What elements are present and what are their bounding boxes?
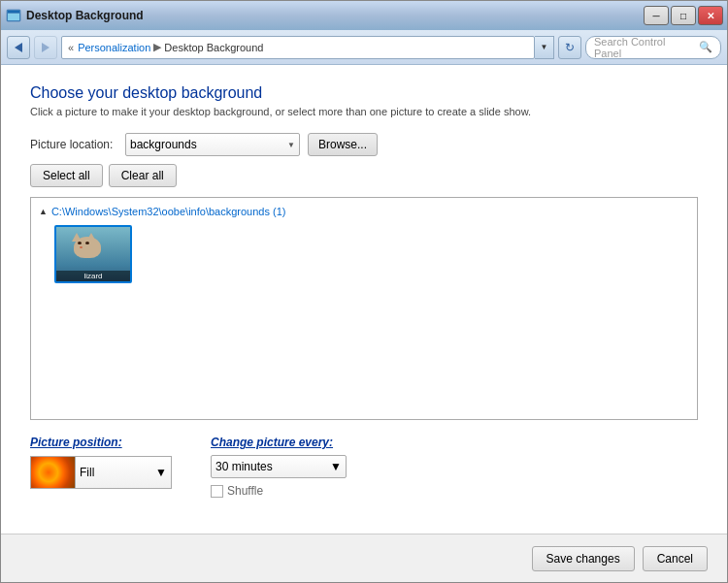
picture-location-select[interactable]: backgrounds ▼	[125, 133, 300, 156]
page-title: Choose your desktop background	[30, 84, 698, 102]
breadcrumb: « Personalization ▶ Desktop Background	[61, 36, 535, 59]
refresh-button[interactable]: ↻	[558, 36, 581, 59]
picture-position-group: Picture position: Fill ▼	[30, 436, 172, 490]
browse-button[interactable]: Browse...	[308, 133, 378, 156]
footer: Save changes Cancel	[1, 534, 727, 582]
clear-all-button[interactable]: Clear all	[109, 164, 177, 187]
breadcrumb-current: Desktop Background	[164, 42, 263, 53]
position-preview	[30, 456, 75, 489]
picture-location-label: Picture location:	[30, 138, 117, 151]
search-placeholder: Search Control Panel	[594, 36, 695, 59]
svg-marker-4	[42, 43, 50, 52]
position-dropdown[interactable]: Fill ▼	[75, 456, 172, 489]
shuffle-checkbox[interactable]	[211, 485, 223, 498]
picture-thumbnail[interactable]: lizard	[54, 225, 132, 283]
svg-rect-2	[8, 11, 19, 13]
change-picture-label: Change picture every:	[211, 436, 347, 449]
main-content: Choose your desktop background Click a p…	[1, 65, 727, 534]
svg-rect-1	[8, 14, 19, 20]
picture-location-arrow: ▼	[287, 141, 295, 149]
search-icon: 🔍	[699, 41, 712, 53]
minimize-button[interactable]: ─	[644, 6, 669, 25]
title-bar: Desktop Background ─ □ ✕	[1, 1, 727, 30]
position-select: Fill ▼	[30, 455, 172, 490]
pictures-row: lizard	[39, 225, 689, 283]
forward-button[interactable]	[34, 36, 57, 59]
time-select-value: 30 minutes	[215, 460, 273, 473]
window-icon	[5, 7, 22, 24]
breadcrumb-prefix: «	[68, 42, 74, 53]
folder-header: ▲ C:\Windows\System32\oobe\info\backgrou…	[39, 206, 689, 217]
position-dropdown-arrow: ▼	[155, 466, 167, 479]
svg-marker-3	[15, 43, 22, 52]
shuffle-label: Shuffle	[227, 484, 263, 498]
change-picture-group: Change picture every: 30 minutes ▼ Shuff…	[211, 436, 347, 498]
selection-buttons-row: Select all Clear all	[30, 164, 698, 187]
shuffle-row: Shuffle	[211, 484, 347, 498]
search-box[interactable]: Search Control Panel 🔍	[585, 36, 721, 59]
breadcrumb-separator: ▶	[153, 41, 161, 53]
main-window: Desktop Background ─ □ ✕ « Personalizati…	[0, 0, 728, 583]
picture-grid[interactable]: ▲ C:\Windows\System32\oobe\info\backgrou…	[30, 197, 698, 420]
position-preview-image	[31, 457, 75, 488]
folder-path: C:\Windows\System32\oobe\info\background…	[51, 206, 286, 217]
cancel-button[interactable]: Cancel	[643, 546, 708, 571]
picture-location-row: Picture location: backgrounds ▼ Browse..…	[30, 133, 698, 156]
time-select-arrow: ▼	[330, 460, 342, 473]
thumbnail-label: lizard	[56, 271, 130, 281]
folder-collapse-icon: ▲	[39, 207, 48, 216]
picture-location-value: backgrounds	[130, 138, 197, 151]
select-all-button[interactable]: Select all	[30, 164, 103, 187]
bottom-options: Picture position: Fill ▼ Change picture …	[30, 436, 698, 498]
back-button[interactable]	[7, 36, 30, 59]
position-value: Fill	[80, 466, 94, 479]
breadcrumb-parent[interactable]: Personalization	[78, 42, 150, 53]
maximize-button[interactable]: □	[671, 6, 696, 25]
window-title: Desktop Background	[26, 9, 644, 22]
page-subtitle: Click a picture to make it your desktop …	[30, 106, 698, 117]
window-controls: ─ □ ✕	[644, 6, 723, 25]
address-dropdown-button[interactable]: ▼	[535, 36, 554, 59]
save-changes-button[interactable]: Save changes	[532, 546, 635, 571]
address-bar: « Personalization ▶ Desktop Background ▼…	[1, 30, 727, 65]
picture-position-label: Picture position:	[30, 436, 172, 449]
time-select[interactable]: 30 minutes ▼	[211, 455, 347, 478]
close-button[interactable]: ✕	[698, 6, 723, 25]
